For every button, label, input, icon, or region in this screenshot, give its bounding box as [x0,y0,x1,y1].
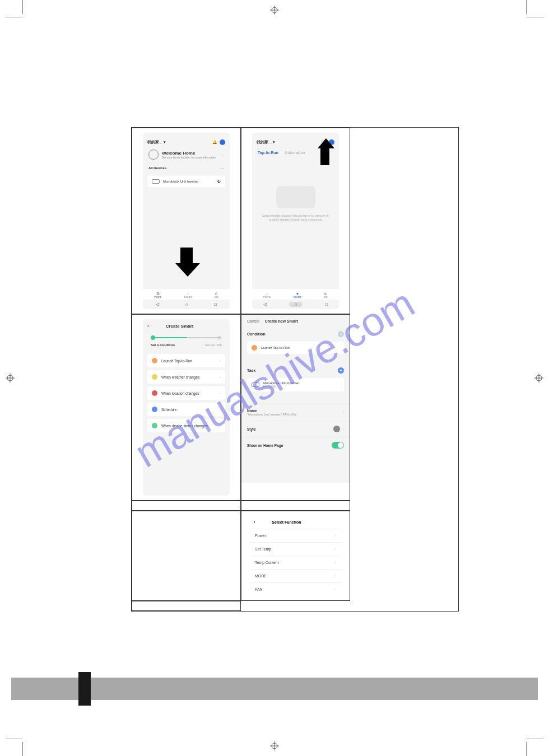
crop-mark-icon [10,0,49,39]
device-name: Monoblock Unit Inverter [163,180,198,183]
power-icon[interactable]: ⏻ [217,180,221,183]
schedule-icon [152,407,157,412]
phone-create-new-smart: Cancel Create new Smart Condition + Laun… [241,315,350,483]
bottom-nav: 🏠Home ○Smart ◐Me [143,289,230,300]
phone-home: 我的家 .. ▾ 🔔 Welcome Home Set your home lo… [143,133,230,309]
home-icon[interactable]: ○ [185,302,188,307]
back-icon[interactable]: ◁ [263,302,267,307]
back-icon[interactable]: ‹ [147,324,149,329]
cell-empty [132,601,241,611]
function-set-temp[interactable]: Set Temp› [249,542,342,556]
cond-device-status[interactable]: When device status changes› [147,419,225,432]
progress-bar [143,333,230,342]
add-condition-button[interactable]: + [338,331,344,337]
cell-smart-screen: 我的家 .. ▾ Tap-to-Run Automation Control m… [241,128,350,314]
back-icon[interactable]: ◁ [156,302,159,307]
nav-smart[interactable]: ○Smart [184,292,192,298]
arrow-down-icon [175,248,198,276]
device-status-icon [152,423,157,428]
function-fan[interactable]: FAN› [249,582,342,596]
more-icon[interactable]: ⋯ [221,166,224,170]
task-item[interactable]: Monoblock Unit Inverter FAN:LOW [247,378,344,391]
tap-icon [152,358,157,363]
registration-mark-icon [270,6,279,15]
tab-tap-to-run[interactable]: Tap-to-Run [258,151,278,155]
crop-mark-icon [500,717,539,756]
cond-location[interactable]: When location changes› [147,386,225,400]
function-mode[interactable]: MODE› [249,569,342,582]
function-temp-current[interactable]: Temp Current› [249,556,342,569]
device-card[interactable]: Monoblock Unit Inverter ⏻ [147,176,225,187]
cell-empty [132,501,241,511]
sun-icon [148,150,159,160]
crop-mark-icon [500,0,539,39]
style-color-icon [333,426,340,432]
location-icon [152,390,157,396]
cell-select-function: ‹ Select Function Power› Set Temp› Temp … [241,511,350,601]
chevron-right-icon: › [343,427,344,431]
android-nav: ◁ ○ □ [143,300,230,309]
home-name-dropdown[interactable]: 我的家 .. ▾ [257,139,275,145]
step-condition: Set a condition [151,343,175,347]
cell-home-screen: 我的家 .. ▾ 🔔 Welcome Home Set your home lo… [132,128,241,314]
page-title: Create Smart [166,324,194,329]
show-on-home-toggle[interactable] [332,442,344,449]
nav-me[interactable]: ◐Me [215,292,218,298]
recent-icon[interactable]: □ [325,302,328,307]
cell-create-new-smart: Cancel Create new Smart Condition + Laun… [241,314,350,501]
ac-unit-icon [252,382,259,387]
style-field[interactable]: Style › [241,421,350,437]
home-name-dropdown[interactable]: 我的家 .. ▾ [147,139,166,145]
name-field[interactable]: Name "Monoblock Unit Inverter":FAN:LOW › [241,404,350,421]
cell-create-smart: ‹ Create Smart Set a condition Set up ta… [132,314,241,501]
phone-select-function: ‹ Select Function Power› Set Temp› Temp … [249,516,342,596]
crop-mark-icon [10,717,49,756]
android-nav: ◁ ○ □ [252,300,339,309]
welcome-subtitle: Set your home location for more informat… [162,156,216,159]
registration-mark-icon [270,741,279,750]
condition-item[interactable]: Launch Tap-to-Run [247,342,344,354]
task-label: Task [247,368,255,372]
condition-label: Condition [247,332,266,336]
cell-empty [132,511,241,601]
tab-automation[interactable]: Automation [285,151,305,155]
back-icon[interactable]: ‹ [254,520,255,524]
registration-mark-icon [534,374,543,382]
step-task: Set up task [205,343,222,347]
page-title: Create new Smart [265,319,298,323]
home-icon[interactable]: ○ [289,302,303,307]
page-title: Select Function [272,520,301,524]
empty-caption: Control multiple devices with one tap or… [252,214,339,221]
cond-launch-tap[interactable]: Launch Tap-to-Run› [147,354,225,367]
chevron-right-icon: › [343,410,344,414]
nav-home[interactable]: 🏠Home [154,292,161,298]
ac-unit-icon [152,179,160,184]
phone-smart: 我的家 .. ▾ Tap-to-Run Automation Control m… [252,133,339,309]
chevron-right-icon[interactable]: › [223,153,224,156]
welcome-title: Welcome Home [162,151,216,156]
weather-icon [152,374,157,380]
screenshot-grid: 我的家 .. ▾ 🔔 Welcome Home Set your home lo… [131,127,459,612]
tap-icon [252,345,257,351]
empty-illustration-icon [276,186,315,208]
bottom-nav: ⌂Home ◆Smart ◐Me [252,289,339,300]
add-task-button[interactable]: + [338,367,344,374]
nav-me[interactable]: ◐Me [324,292,328,298]
cond-weather[interactable]: When weather changes› [147,370,225,384]
cell-empty [241,501,350,511]
footer-page-tab [78,672,91,706]
recent-icon[interactable]: □ [214,302,217,307]
phone-create-smart: ‹ Create Smart Set a condition Set up ta… [143,319,230,496]
arrow-up-icon [318,138,332,166]
all-devices-tab[interactable]: All Devices [148,166,166,170]
cond-schedule[interactable]: Schedule› [147,403,225,416]
cancel-button[interactable]: Cancel [247,319,259,323]
nav-smart[interactable]: ◆Smart [294,292,301,298]
nav-home[interactable]: ⌂Home [263,292,271,298]
add-button[interactable] [220,139,225,145]
bell-icon[interactable]: 🔔 [212,140,217,144]
show-on-home-field: Show on Home Page [241,437,350,453]
function-power[interactable]: Power› [249,529,342,542]
registration-mark-icon [6,374,15,382]
